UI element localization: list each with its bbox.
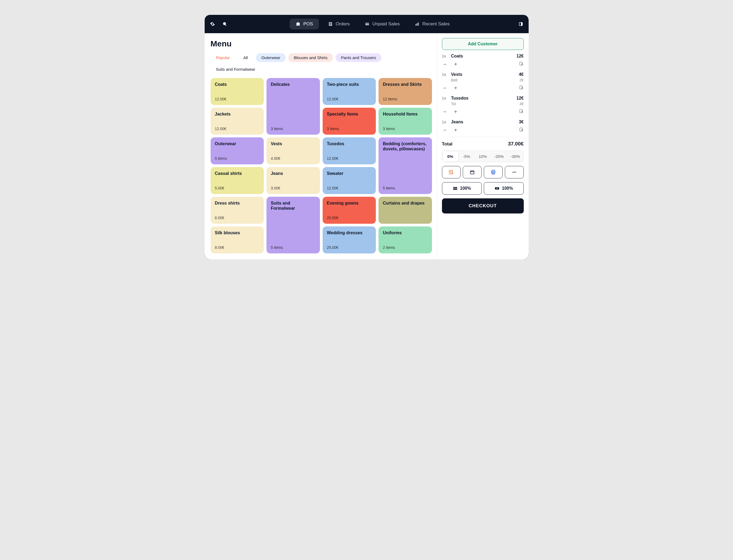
topbar: POS Orders Unpaid Sales Recent Sales bbox=[205, 15, 529, 33]
tile-meta: 3 items bbox=[327, 127, 372, 131]
filter-chip[interactable]: Outerwear bbox=[256, 53, 286, 62]
note-button[interactable] bbox=[442, 166, 461, 178]
cart-subitem-name: Belt bbox=[451, 78, 517, 82]
edit-item-button[interactable] bbox=[519, 109, 524, 115]
tile-meta: 12 items bbox=[383, 97, 428, 101]
action-row-icons bbox=[442, 166, 524, 178]
filter-chip[interactable]: Popular bbox=[210, 53, 235, 62]
cart-item-name: Vests bbox=[451, 72, 516, 77]
qty-decrease-button[interactable]: − bbox=[442, 61, 448, 67]
qty-increase-button[interactable]: + bbox=[453, 127, 459, 133]
qty-increase-button[interactable]: + bbox=[453, 85, 459, 91]
pay-cash-button[interactable]: 100% bbox=[484, 182, 524, 195]
divider bbox=[442, 137, 524, 137]
product-tile[interactable]: Silk blouses8.00€ bbox=[210, 226, 264, 253]
discount-option[interactable]: 0% bbox=[442, 151, 459, 162]
qty-increase-button[interactable]: + bbox=[453, 109, 459, 115]
cart-item: 1xTuxedos12€Tie4€−+ bbox=[442, 96, 524, 115]
list-icon bbox=[328, 22, 333, 26]
tile-title: Coats bbox=[215, 82, 260, 87]
svg-point-27 bbox=[515, 172, 516, 172]
edit-item-button[interactable] bbox=[519, 61, 524, 67]
product-tile[interactable]: Household Items3 items bbox=[379, 108, 432, 135]
discount-option[interactable]: -20% bbox=[491, 151, 507, 162]
product-tile[interactable]: Sweater12.00€ bbox=[322, 167, 376, 194]
product-tile[interactable]: Vests4.00€ bbox=[266, 137, 320, 164]
cart-qty: 1x bbox=[442, 96, 449, 100]
discount-selector: 0%-5%10%-20%-30% bbox=[442, 151, 524, 162]
svg-rect-15 bbox=[521, 22, 522, 26]
product-tile[interactable]: Dress shirts6.00€ bbox=[210, 197, 264, 224]
add-customer-button[interactable]: Add Customer bbox=[442, 38, 524, 50]
svg-rect-13 bbox=[418, 22, 419, 26]
print-button[interactable] bbox=[484, 166, 503, 178]
nav-pos-label: POS bbox=[303, 21, 313, 27]
product-tile[interactable]: Bedding (comforters, duvets, pillowcases… bbox=[379, 137, 432, 194]
cart-item-price: 4€ bbox=[519, 72, 524, 77]
product-tile[interactable]: Dresses and Skirts12 items bbox=[379, 78, 432, 105]
qty-decrease-button[interactable]: − bbox=[442, 127, 448, 133]
checkout-button[interactable]: CHECKOUT bbox=[442, 198, 524, 213]
nav-pos[interactable]: POS bbox=[290, 19, 319, 29]
discount-option[interactable]: -5% bbox=[459, 151, 475, 162]
product-tile[interactable]: Delicates3 items bbox=[266, 78, 320, 135]
product-tile[interactable]: Suits and Formalwear5 items bbox=[266, 197, 320, 253]
svg-rect-29 bbox=[453, 188, 457, 188]
product-tile[interactable]: Jackets12.00€ bbox=[210, 108, 264, 135]
nav-orders[interactable]: Orders bbox=[322, 19, 355, 29]
search-icon[interactable] bbox=[222, 22, 227, 26]
product-tile[interactable]: Wedding dresses25.00€ bbox=[322, 226, 376, 253]
tile-title: Evening gowns bbox=[327, 201, 372, 206]
cart-qty: 1x bbox=[442, 120, 449, 124]
note-icon bbox=[449, 169, 454, 175]
product-tile[interactable]: Specialty Items3 items bbox=[322, 108, 376, 135]
discount-option[interactable]: -30% bbox=[507, 151, 523, 162]
tile-title: Two-piece suits bbox=[327, 82, 372, 87]
panel-toggle-icon[interactable] bbox=[518, 22, 523, 26]
calendar-button[interactable] bbox=[463, 166, 482, 178]
qty-decrease-button[interactable]: − bbox=[442, 85, 448, 91]
total-row: Total 37.00€ bbox=[442, 141, 524, 147]
product-tile[interactable]: Evening gowns25.00€ bbox=[322, 197, 376, 224]
product-tile[interactable]: Curtains and drapes bbox=[379, 197, 432, 224]
tile-title: Specialty Items bbox=[327, 111, 372, 117]
product-tile[interactable]: Tuxedos12.00€ bbox=[322, 137, 376, 164]
svg-rect-4 bbox=[297, 22, 299, 23]
svg-point-25 bbox=[513, 172, 513, 172]
filter-chip[interactable]: Blouses and Shirts bbox=[288, 53, 333, 62]
total-label: Total bbox=[442, 141, 453, 147]
cart-item: 1xCoats12€−+ bbox=[442, 54, 524, 67]
menu-panel: Menu PopularAllOuterwearBlouses and Shir… bbox=[205, 33, 437, 259]
product-tile[interactable]: Coats12.00€ bbox=[210, 78, 264, 105]
product-tile[interactable]: Jeans3.00€ bbox=[266, 167, 320, 194]
product-tile[interactable]: Outerwear5 items bbox=[210, 137, 264, 164]
tile-title: Suits and Formalwear bbox=[271, 201, 315, 211]
filter-chip[interactable]: Pants and Trousers bbox=[335, 53, 382, 62]
discount-option[interactable]: 10% bbox=[475, 151, 491, 162]
product-tile[interactable]: Uniforms2 items bbox=[379, 226, 432, 253]
qty-increase-button[interactable]: + bbox=[453, 61, 459, 67]
tile-meta: 3 items bbox=[383, 127, 428, 131]
nav-unpaid[interactable]: Unpaid Sales bbox=[359, 19, 406, 29]
filter-chip[interactable]: Suits and Formalwear bbox=[210, 65, 261, 74]
nav-orders-label: Orders bbox=[335, 21, 349, 27]
more-button[interactable] bbox=[505, 166, 524, 178]
svg-rect-2 bbox=[296, 23, 300, 25]
tile-title: Bedding (comforters, duvets, pillowcases… bbox=[383, 141, 428, 151]
product-tile[interactable]: Two-piece suits12.00€ bbox=[322, 78, 376, 105]
gear-icon[interactable] bbox=[210, 22, 215, 26]
qty-decrease-button[interactable]: − bbox=[442, 109, 448, 115]
nav-recent[interactable]: Recent Sales bbox=[409, 19, 456, 29]
cash-icon bbox=[494, 186, 500, 191]
pay-card-button[interactable]: 100% bbox=[442, 182, 482, 195]
cart-item-name: Coats bbox=[451, 54, 514, 59]
pay-card-label: 100% bbox=[460, 186, 471, 191]
tile-meta: 12.00€ bbox=[327, 186, 372, 190]
filter-chip[interactable]: All bbox=[238, 53, 253, 62]
product-tile[interactable]: Casual shirts5.00€ bbox=[210, 167, 264, 194]
edit-item-button[interactable] bbox=[519, 127, 524, 133]
cart-panel: Add Customer 1xCoats12€−+1xVests4€Belt2€… bbox=[437, 33, 529, 259]
nav-recent-label: Recent Sales bbox=[422, 21, 450, 27]
edit-item-button[interactable] bbox=[519, 85, 524, 91]
tile-meta: 12.00€ bbox=[215, 97, 260, 101]
